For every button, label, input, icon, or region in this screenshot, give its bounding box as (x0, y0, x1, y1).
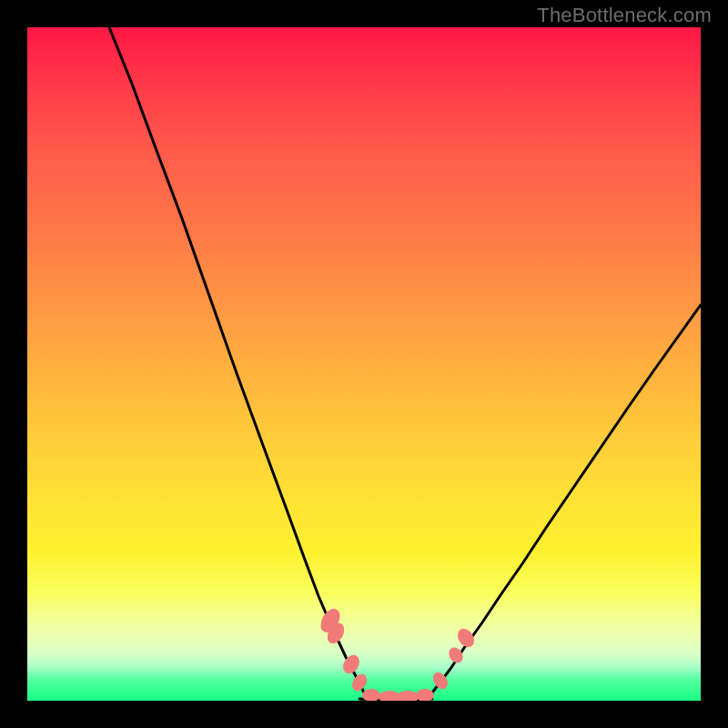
curve-lines (109, 27, 701, 700)
data-marker (362, 689, 380, 701)
data-marker (416, 689, 434, 701)
chart-svg (27, 27, 701, 701)
data-marker (397, 691, 419, 701)
chart-frame: TheBottleneck.com (0, 0, 728, 728)
data-marker (339, 652, 362, 676)
data-markers (317, 605, 478, 701)
watermark-text: TheBottleneck.com (537, 4, 712, 27)
series-left-curve (109, 27, 366, 696)
data-marker (454, 625, 478, 650)
plot-area (27, 27, 701, 701)
